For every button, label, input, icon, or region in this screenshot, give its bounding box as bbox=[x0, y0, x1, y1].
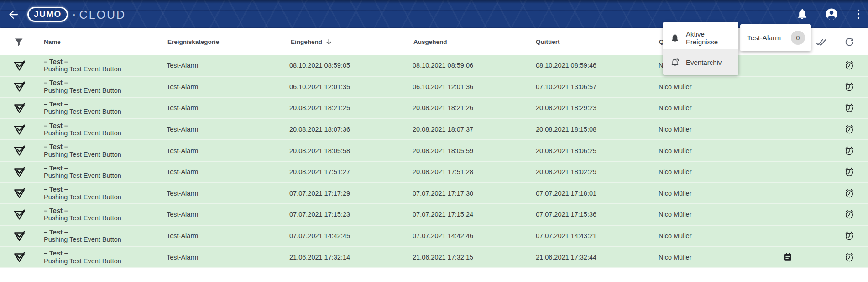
alarm-clock-icon bbox=[842, 162, 857, 182]
event-table-body: – Test – Pushing Test Event Button Test-… bbox=[0, 55, 868, 268]
incoming-time: 20.08.2021 18:21:25 bbox=[289, 98, 350, 118]
alarm-clock-icon bbox=[842, 247, 857, 267]
calendar-icon bbox=[780, 247, 795, 267]
notifications-button[interactable] bbox=[795, 7, 809, 21]
incoming-time: 06.10.2021 12:01:35 bbox=[289, 77, 350, 97]
acknowledged-time: 21.06.2021 17:32:44 bbox=[536, 247, 596, 267]
column-header-name[interactable]: Name bbox=[44, 28, 61, 55]
column-header-outgoing[interactable]: Ausgehend bbox=[413, 28, 447, 55]
table-row[interactable]: – Test – Pushing Test Event Button Test-… bbox=[0, 98, 868, 119]
event-name-subtitle: Pushing Test Event Button bbox=[44, 87, 121, 95]
table-row[interactable]: – Test – Pushing Test Event Button Test-… bbox=[0, 77, 868, 98]
refresh-button[interactable] bbox=[842, 36, 856, 48]
table-row[interactable]: – Test – Pushing Test Event Button Test-… bbox=[0, 247, 868, 268]
table-row[interactable]: – Test – Pushing Test Event Button Test-… bbox=[0, 119, 868, 141]
event-name-subtitle: Pushing Test Event Button bbox=[44, 214, 121, 222]
acknowledged-time: 07.10.2021 13:06:57 bbox=[536, 77, 596, 97]
event-name: – Test – Pushing Test Event Button bbox=[44, 204, 121, 225]
incoming-time: 07.07.2021 17:17:29 bbox=[289, 183, 350, 204]
acknowledged-time: 07.07.2021 14:43:21 bbox=[536, 226, 596, 246]
event-name-title: – Test – bbox=[44, 165, 68, 172]
menu-item-active-events[interactable]: Aktive Ereignisse bbox=[663, 27, 738, 49]
incoming-time: 20.08.2021 18:05:58 bbox=[289, 140, 350, 161]
acknowledged-time: 20.08.2021 18:02:29 bbox=[536, 162, 596, 182]
alarm-acknowledged-triangle-check-icon bbox=[11, 247, 27, 267]
outgoing-time: 20.08.2021 17:51:28 bbox=[413, 162, 473, 182]
event-name-subtitle: Pushing Test Event Button bbox=[44, 108, 121, 116]
bell-icon bbox=[670, 33, 680, 43]
event-category: Test-Alarm bbox=[167, 162, 198, 182]
column-header-category[interactable]: Ereigniskategorie bbox=[167, 28, 219, 55]
table-row[interactable]: – Test – Pushing Test Event Button Test-… bbox=[0, 183, 868, 205]
table-row[interactable]: – Test – Pushing Test Event Button Test-… bbox=[0, 204, 868, 226]
alarm-clock-icon bbox=[842, 204, 857, 225]
kebab-menu-icon bbox=[853, 8, 863, 20]
category-label: Test-Alarm bbox=[747, 34, 781, 42]
filter-button[interactable] bbox=[12, 36, 25, 48]
alarm-clock-icon bbox=[842, 226, 857, 246]
alarm-clock-icon bbox=[842, 119, 857, 140]
event-name-title: – Test – bbox=[44, 186, 68, 193]
filter-funnel-icon bbox=[13, 37, 24, 48]
category-flyout-test-alarm[interactable]: Test-Alarm 0 bbox=[740, 24, 811, 51]
jumo-logo-pill: JUMO bbox=[27, 7, 68, 22]
outgoing-time: 07.07.2021 14:42:46 bbox=[413, 226, 473, 246]
alarm-acknowledged-triangle-check-icon bbox=[11, 162, 27, 182]
jumo-cloud-events-page: JUMO · CLOUD bbox=[0, 0, 868, 282]
acknowledged-by: Nico Müller bbox=[659, 247, 692, 267]
event-name: – Test – Pushing Test Event Button bbox=[44, 140, 121, 161]
event-name-title: – Test – bbox=[44, 207, 68, 215]
event-name-title: – Test – bbox=[44, 79, 68, 87]
event-name-subtitle: Pushing Test Event Button bbox=[44, 129, 121, 137]
event-name-title: – Test – bbox=[44, 101, 68, 108]
menu-item-event-archive[interactable]: Eventarchiv bbox=[663, 49, 738, 75]
alarm-acknowledged-triangle-check-icon bbox=[11, 77, 27, 97]
column-header-incoming-label: Eingehend bbox=[291, 38, 322, 45]
event-name: – Test – Pushing Test Event Button bbox=[44, 162, 121, 182]
event-name: – Test – Pushing Test Event Button bbox=[44, 183, 121, 204]
event-name-subtitle: Pushing Test Event Button bbox=[44, 172, 121, 180]
notifications-dropdown: Aktive Ereignisse Eventarchiv bbox=[663, 22, 738, 75]
logo-separator: · bbox=[72, 7, 76, 21]
alarm-acknowledged-triangle-check-icon bbox=[11, 55, 27, 76]
acknowledged-by: Nico Müller bbox=[659, 98, 692, 118]
acknowledged-time: 20.08.2021 18:15:08 bbox=[536, 119, 596, 140]
acknowledged-by: Nico Müller bbox=[659, 77, 692, 97]
event-category: Test-Alarm bbox=[167, 77, 198, 97]
menu-item-label: Eventarchiv bbox=[686, 59, 722, 66]
table-row[interactable]: – Test – Pushing Test Event Button Test-… bbox=[0, 140, 868, 162]
back-arrow-icon bbox=[7, 9, 19, 21]
table-row[interactable]: – Test – Pushing Test Event Button Test-… bbox=[0, 162, 868, 183]
sort-descending-icon bbox=[325, 38, 333, 46]
incoming-time: 07.07.2021 17:15:23 bbox=[289, 204, 350, 225]
acknowledged-by: Nico Müller bbox=[659, 204, 692, 225]
account-button[interactable] bbox=[824, 6, 839, 22]
account-circle-icon bbox=[825, 7, 838, 21]
acknowledged-by: Nico Müller bbox=[659, 162, 692, 182]
acknowledged-time: 20.08.2021 18:06:25 bbox=[536, 140, 596, 161]
acknowledged-time: 07.07.2021 17:18:01 bbox=[536, 183, 596, 204]
column-header-acknowledged[interactable]: Quittiert bbox=[536, 28, 560, 55]
acknowledge-all-button[interactable] bbox=[814, 36, 829, 48]
event-category: Test-Alarm bbox=[167, 183, 198, 204]
acknowledged-by: Nico Müller bbox=[659, 119, 692, 140]
refresh-icon bbox=[844, 37, 855, 48]
incoming-time: 20.08.2021 17:51:27 bbox=[289, 162, 350, 182]
more-options-button[interactable] bbox=[852, 7, 864, 21]
table-row[interactable]: – Test – Pushing Test Event Button Test-… bbox=[0, 226, 868, 247]
back-button[interactable] bbox=[5, 7, 21, 22]
alarm-acknowledged-triangle-check-icon bbox=[11, 226, 27, 246]
acknowledged-time: 07.07.2021 17:15:36 bbox=[536, 204, 596, 225]
jumo-cloud-logo: JUMO · CLOUD bbox=[27, 7, 126, 22]
outgoing-time: 07.07.2021 17:17:30 bbox=[413, 183, 473, 204]
event-category: Test-Alarm bbox=[167, 55, 198, 76]
menu-item-label: Aktive Ereignisse bbox=[686, 30, 738, 46]
event-category: Test-Alarm bbox=[167, 98, 198, 118]
alarm-acknowledged-triangle-check-icon bbox=[11, 183, 27, 204]
acknowledged-time: 20.08.2021 18:29:23 bbox=[536, 98, 596, 118]
outgoing-time: 21.06.2021 17:32:15 bbox=[413, 247, 473, 267]
column-header-incoming[interactable]: Eingehend bbox=[291, 28, 333, 55]
alarm-clock-icon bbox=[842, 140, 857, 161]
incoming-time: 20.08.2021 18:07:36 bbox=[289, 119, 350, 140]
event-name: – Test – Pushing Test Event Button bbox=[44, 119, 121, 140]
